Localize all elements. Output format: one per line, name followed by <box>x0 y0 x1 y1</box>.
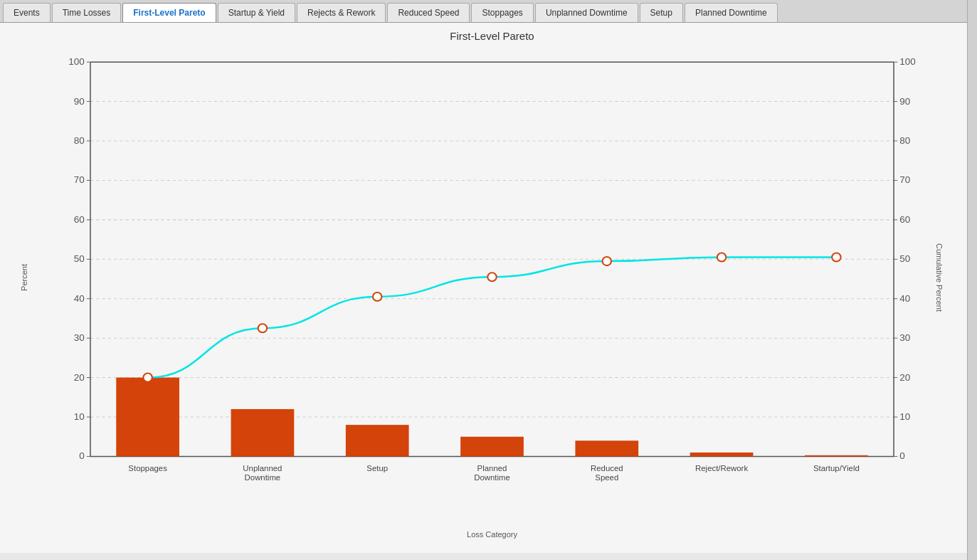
svg-point-79 <box>832 253 840 261</box>
svg-rect-61 <box>231 409 295 457</box>
tab-stoppages[interactable]: Stoppages <box>471 3 533 22</box>
y-axis-right-label: Cumulative Percent <box>935 243 944 312</box>
right-scrollbar[interactable] <box>967 0 977 560</box>
svg-text:40: 40 <box>74 293 85 304</box>
chart-svg: 0010102020303040405050606070708080909010… <box>50 48 934 507</box>
svg-text:10: 10 <box>74 411 85 422</box>
chart-area: Percent Cumulative Percent Loss Category… <box>50 48 934 507</box>
svg-text:90: 90 <box>899 96 910 107</box>
tab-startup-yield[interactable]: Startup & Yield <box>218 3 295 22</box>
svg-text:60: 60 <box>899 214 910 225</box>
svg-text:Stoppages: Stoppages <box>128 464 167 472</box>
svg-rect-67 <box>575 440 638 456</box>
tab-reduced-speed[interactable]: Reduced Speed <box>387 3 470 22</box>
svg-text:100: 100 <box>68 56 84 67</box>
svg-text:Startup/Yield: Startup/Yield <box>813 464 860 472</box>
tab-events[interactable]: Events <box>3 3 51 22</box>
svg-rect-65 <box>460 437 524 457</box>
svg-text:40: 40 <box>899 293 910 304</box>
chart-title: First-Level Pareto <box>50 30 934 42</box>
svg-point-77 <box>603 257 611 265</box>
svg-text:UnplannedDowntime: UnplannedDowntime <box>243 464 282 482</box>
svg-text:70: 70 <box>74 175 85 186</box>
svg-text:20: 20 <box>899 372 910 383</box>
svg-text:Reject/Rework: Reject/Rework <box>695 464 748 472</box>
svg-point-76 <box>487 273 496 281</box>
svg-point-75 <box>373 292 381 301</box>
svg-text:0: 0 <box>899 451 904 462</box>
svg-rect-63 <box>346 425 409 456</box>
svg-text:50: 50 <box>74 254 85 265</box>
tab-unplanned-downtime[interactable]: Unplanned Downtime <box>535 3 638 22</box>
svg-text:70: 70 <box>899 175 910 186</box>
tab-time-losses[interactable]: Time Losses <box>52 3 122 22</box>
svg-text:30: 30 <box>899 332 910 343</box>
x-axis-label: Loss Category <box>467 530 517 539</box>
svg-text:20: 20 <box>74 372 85 383</box>
svg-text:60: 60 <box>74 214 85 225</box>
y-axis-label: Percent <box>20 264 28 291</box>
svg-text:80: 80 <box>899 135 910 146</box>
svg-point-73 <box>143 374 152 382</box>
svg-rect-69 <box>690 453 754 457</box>
svg-point-74 <box>258 324 267 332</box>
svg-text:50: 50 <box>899 254 910 265</box>
svg-text:ReducedSpeed: ReducedSpeed <box>591 464 623 482</box>
tab-bar: EventsTime LossesFirst-Level ParetoStart… <box>0 0 977 23</box>
svg-text:30: 30 <box>74 332 85 343</box>
tab-setup[interactable]: Setup <box>640 3 683 22</box>
svg-text:10: 10 <box>899 411 910 422</box>
svg-text:100: 100 <box>899 56 915 67</box>
tab-first-level-pareto[interactable]: First-Level Pareto <box>122 3 216 22</box>
svg-text:PlannedDowntime: PlannedDowntime <box>474 464 510 482</box>
svg-text:Setup: Setup <box>366 464 388 472</box>
svg-text:90: 90 <box>74 96 85 107</box>
chart-container: First-Level Pareto Percent Cumulative Pe… <box>0 23 977 553</box>
svg-text:0: 0 <box>79 451 84 462</box>
svg-text:80: 80 <box>74 135 85 146</box>
svg-point-78 <box>717 253 726 261</box>
svg-rect-59 <box>116 378 179 457</box>
svg-rect-71 <box>805 455 868 457</box>
tab-planned-downtime[interactable]: Planned Downtime <box>685 3 778 22</box>
tab-rejects-rework[interactable]: Rejects & Rework <box>297 3 386 22</box>
